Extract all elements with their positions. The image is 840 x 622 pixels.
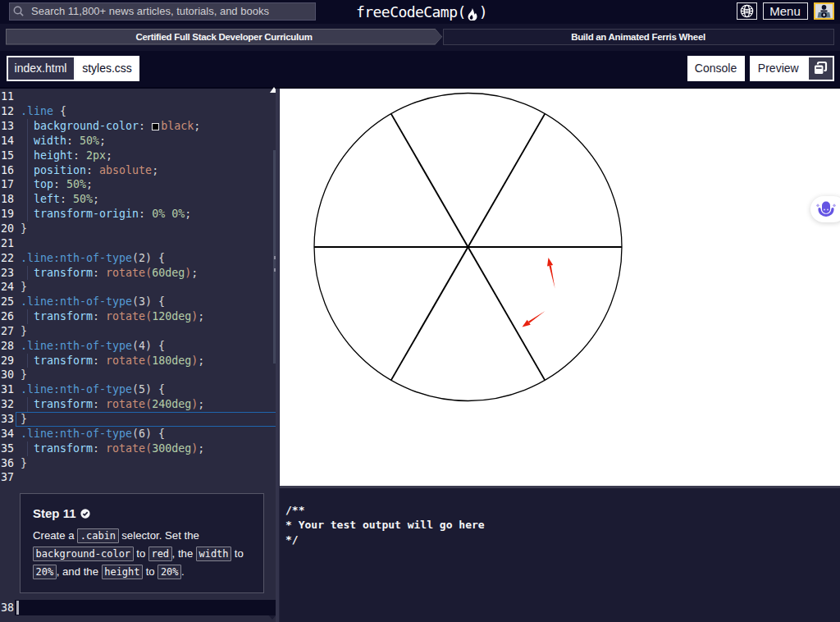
code-line-11[interactable]: 11 (0, 89, 271, 104)
search-icon (13, 6, 24, 16)
breadcrumb-curriculum[interactable]: Certified Full Stack Developer Curriculu… (6, 29, 442, 45)
editor-line-38[interactable]: 38 (0, 600, 277, 615)
code-line-27[interactable]: 27} (0, 324, 271, 339)
code-line-25[interactable]: 25.line:nth-of-type(3) { (0, 295, 271, 309)
language-globe-button[interactable] (737, 2, 757, 20)
code-editor[interactable]: 1112.line {13 background-color: black;14… (0, 89, 276, 622)
preview-pane (280, 89, 840, 486)
code-line-17[interactable]: 17 top: 50%; (0, 177, 271, 192)
breadcrumb-project[interactable]: Build an Animated Ferris Wheel (443, 29, 834, 45)
code-line-26[interactable]: 26 transform: rotate(120deg); (0, 309, 271, 324)
step-description: Create a .cabin selector. Set the backgr… (33, 527, 253, 581)
avatar-person-icon (815, 4, 833, 18)
search-box[interactable] (9, 2, 316, 21)
code-line-16[interactable]: 16 position: absolute; (0, 163, 271, 178)
code-line-24[interactable]: 24} (0, 280, 271, 295)
flame-icon (467, 8, 478, 21)
menu-button[interactable]: Menu (763, 2, 808, 20)
preview-button-label: Preview (750, 56, 808, 82)
code-line-37[interactable]: 37 (0, 470, 271, 485)
console-line: */ (285, 533, 299, 547)
code-line-31[interactable]: 31.line:nth-of-type(5) { (0, 382, 271, 397)
editable-region[interactable] (15, 600, 277, 615)
code-line-15[interactable]: 15 height: 2px; (0, 149, 271, 163)
preview-button[interactable]: Preview (750, 56, 834, 82)
code-line-23[interactable]: 23 transform: rotate(60deg); (0, 266, 271, 281)
search-input[interactable] (31, 5, 306, 17)
windows-icon (812, 60, 829, 76)
assistant-robot-icon (815, 199, 838, 220)
logo-text-right: ) (479, 3, 487, 21)
tab-styles-css[interactable]: styles.css (75, 56, 139, 81)
code-line-28[interactable]: 28.line:nth-of-type(4) { (0, 339, 271, 354)
instruction-panel: Step 11 Create a .cabin selector. Set th… (20, 493, 264, 593)
test-output-console: /*** Your test output will go here*/ (280, 488, 840, 622)
code-line-36[interactable]: 36} (0, 456, 271, 471)
logo-text-left: freeCodeCamp( (356, 3, 466, 21)
tab-index-html[interactable]: index.html (7, 56, 75, 81)
globe-icon (740, 4, 754, 18)
text-cursor (16, 601, 19, 615)
code-line-30[interactable]: 30} (0, 368, 271, 382)
console-line: /** (285, 503, 304, 518)
user-avatar[interactable] (814, 2, 834, 20)
code-line-22[interactable]: 22.line:nth-of-type(2) { (0, 251, 271, 266)
code-line-32[interactable]: 32 transform: rotate(240deg); (0, 397, 271, 412)
code-line-12[interactable]: 12.line { (0, 104, 271, 119)
code-line-35[interactable]: 35 transform: rotate(300deg); (0, 441, 271, 456)
breadcrumb-curriculum-label: Certified Full Stack Developer Curriculu… (7, 30, 441, 44)
console-button[interactable]: Console (687, 56, 745, 82)
console-line: * Your test output will go here (285, 518, 485, 533)
code-line-20[interactable]: 20} (0, 222, 271, 236)
code-line-29[interactable]: 29 transform: rotate(180deg); (0, 354, 271, 368)
step-completed-icon (80, 509, 90, 519)
tab-bar: index.html styles.css Console Preview (0, 51, 840, 87)
top-navigation-bar: freeCodeCamp( ) Menu (0, 0, 840, 24)
code-line-33[interactable]: 33} (0, 412, 271, 427)
detach-preview-button[interactable] (807, 56, 834, 82)
code-line-13[interactable]: 13 background-color: black; (0, 119, 271, 134)
step-title: Step 11 (33, 506, 253, 520)
code-line-14[interactable]: 14 width: 50%; (0, 134, 271, 149)
code-line-21[interactable]: 21 (0, 236, 271, 251)
code-line-34[interactable]: 34.line:nth-of-type(6) { (0, 427, 271, 441)
ferris-wheel-drawing (280, 89, 840, 486)
assistant-widget[interactable] (810, 196, 840, 222)
line-number-38: 38 (0, 600, 14, 615)
breadcrumb-bar: Certified Full Stack Developer Curriculu… (0, 24, 840, 51)
code-line-18[interactable]: 18 left: 50%; (0, 192, 271, 207)
code-line-19[interactable]: 19 transform-origin: 0% 0%; (0, 207, 271, 222)
freecodecamp-logo[interactable]: freeCodeCamp( ) (356, 2, 495, 22)
